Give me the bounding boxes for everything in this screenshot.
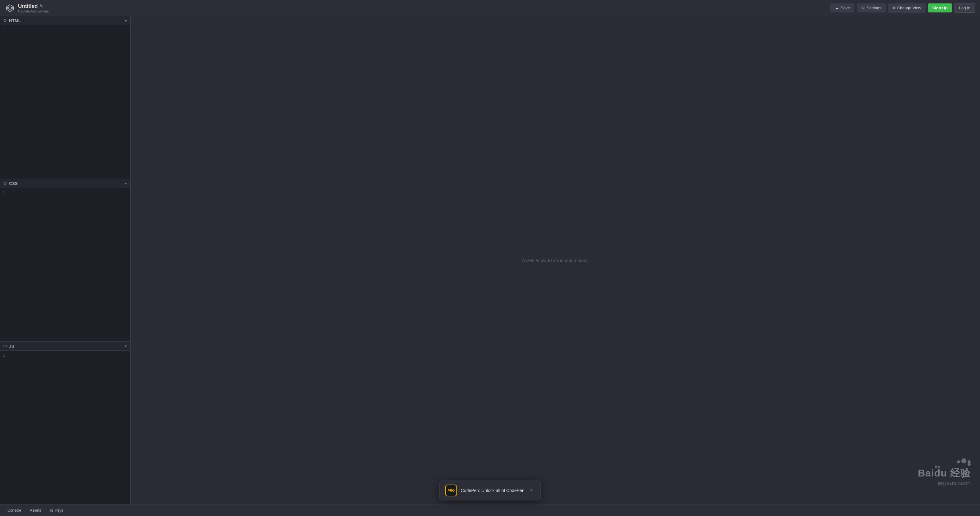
js-editor-header-left: ⚙ JS bbox=[3, 344, 14, 349]
title-group: Untitled ✎ Captain Anonymous bbox=[18, 3, 49, 13]
bottom-bar: Console Assets ⌘ Keys bbox=[0, 504, 980, 516]
js-editor-label: JS bbox=[9, 344, 14, 349]
console-label: Console bbox=[8, 508, 21, 513]
header-left: Untitled ✎ Captain Anonymous bbox=[5, 3, 49, 13]
console-tab[interactable]: Console bbox=[4, 506, 25, 514]
baidu-text-line2: jingyan.baidu.com bbox=[938, 481, 970, 486]
baidu-text-line1: Baidu 经验 bbox=[918, 467, 970, 480]
js-editor-header: ⚙ JS ▾ bbox=[0, 342, 130, 351]
js-line-number: 1 bbox=[3, 353, 5, 358]
baidu-logo: Baidu 经验 jingyan.baidu.com bbox=[918, 459, 970, 486]
user-name: Captain Anonymous bbox=[18, 10, 49, 13]
html-editor-header-left: ⚙ HTML bbox=[3, 18, 21, 23]
html-editor-label: HTML bbox=[9, 18, 21, 23]
notification-text: CodePen: Unlock all of CodePen bbox=[461, 488, 525, 493]
header-right: ☁ Save ⚙ Settings ⧉ Change View Sign Up … bbox=[830, 3, 975, 13]
view-icon: ⧉ bbox=[892, 6, 896, 11]
css-editor-section: ⚙ CSS ▾ 1 bbox=[0, 179, 130, 342]
editors-panel: ⚙ HTML ▾ 1 ⚙ CSS ▾ 1 bbox=[0, 16, 130, 504]
js-gear-icon[interactable]: ⚙ bbox=[3, 344, 7, 349]
close-notification-button[interactable]: × bbox=[528, 487, 535, 494]
css-editor-body[interactable]: 1 bbox=[0, 188, 130, 341]
css-gear-icon[interactable]: ⚙ bbox=[3, 181, 7, 186]
html-gear-icon[interactable]: ⚙ bbox=[3, 18, 7, 23]
assets-tab[interactable]: Assets bbox=[26, 506, 45, 514]
change-view-button[interactable]: ⧉ Change View bbox=[888, 3, 926, 13]
login-button[interactable]: Log In bbox=[955, 3, 975, 13]
settings-label: Settings bbox=[867, 6, 881, 10]
preview-tagline: A Pen is worth a thousand docs. bbox=[522, 258, 589, 263]
baidu-watermark: Baidu 经验 jingyan.baidu.com bbox=[918, 459, 970, 486]
css-chevron-icon[interactable]: ▾ bbox=[125, 181, 127, 186]
signup-button[interactable]: Sign Up bbox=[928, 3, 952, 13]
login-label: Log In bbox=[959, 6, 970, 10]
save-button[interactable]: ☁ Save bbox=[830, 3, 854, 13]
save-label: Save bbox=[841, 6, 850, 10]
edit-icon[interactable]: ✎ bbox=[40, 4, 43, 8]
codepen-logo-icon bbox=[5, 3, 15, 13]
keys-cmd-icon: ⌘ bbox=[50, 508, 54, 513]
css-editor-label: CSS bbox=[9, 181, 18, 186]
change-view-label: Change View bbox=[897, 6, 921, 10]
css-editor-header-left: ⚙ CSS bbox=[3, 181, 18, 186]
keys-label: Keys bbox=[55, 508, 63, 513]
settings-button[interactable]: ⚙ Settings bbox=[857, 3, 886, 13]
pro-badge: PRO bbox=[445, 484, 457, 496]
pen-title[interactable]: Untitled ✎ bbox=[18, 3, 49, 10]
preview-panel: A Pen is worth a thousand docs. Baidu 经验… bbox=[130, 16, 980, 504]
js-editor-body[interactable]: 1 bbox=[0, 351, 130, 504]
html-editor-body[interactable]: 1 bbox=[0, 25, 130, 178]
js-editor-section: ⚙ JS ▾ 1 bbox=[0, 342, 130, 504]
settings-gear-icon: ⚙ bbox=[861, 6, 865, 10]
keys-tab[interactable]: ⌘ Keys bbox=[46, 506, 67, 514]
html-editor-header: ⚙ HTML ▾ bbox=[0, 16, 130, 25]
assets-label: Assets bbox=[30, 508, 41, 513]
js-chevron-icon[interactable]: ▾ bbox=[125, 344, 127, 349]
html-chevron-icon[interactable]: ▾ bbox=[125, 18, 127, 23]
css-line-number: 1 bbox=[3, 191, 5, 195]
signup-label: Sign Up bbox=[932, 6, 948, 10]
notification-banner: PRO CodePen: Unlock all of CodePen × bbox=[439, 481, 541, 500]
header: Untitled ✎ Captain Anonymous ☁ Save ⚙ Se… bbox=[0, 0, 980, 16]
cloud-icon: ☁ bbox=[835, 6, 839, 10]
html-line-number: 1 bbox=[3, 28, 5, 32]
main: ⚙ HTML ▾ 1 ⚙ CSS ▾ 1 bbox=[0, 16, 980, 504]
css-editor-header: ⚙ CSS ▾ bbox=[0, 179, 130, 188]
title-text: Untitled bbox=[18, 3, 38, 10]
html-editor-section: ⚙ HTML ▾ 1 bbox=[0, 16, 130, 179]
